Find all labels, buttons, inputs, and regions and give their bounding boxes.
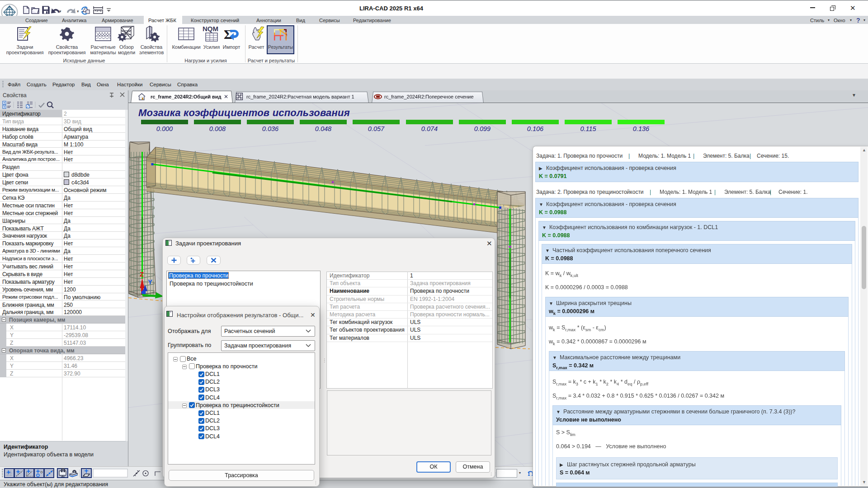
svg-text:▾: ▾ <box>59 9 61 14</box>
svg-text:Z: Z <box>140 270 144 278</box>
svg-text:▾: ▾ <box>77 9 79 14</box>
svg-text:NQM: NQM <box>203 25 218 33</box>
svg-text:Y: Y <box>148 278 152 286</box>
svg-text:Σ: Σ <box>224 27 233 42</box>
